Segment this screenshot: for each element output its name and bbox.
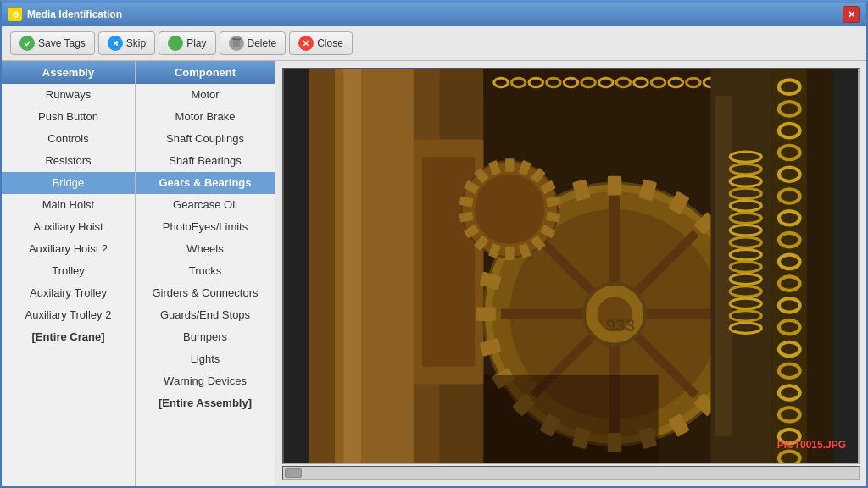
assembly-list: RunwaysPush ButtonControlsResistorsBridg…: [2, 84, 135, 486]
play-button[interactable]: Play: [159, 31, 215, 55]
assembly-panel: Assembly RunwaysPush ButtonControlsResis…: [2, 61, 136, 486]
svg-rect-34: [483, 69, 745, 96]
close-button[interactable]: Close: [289, 31, 353, 55]
image-panel: 933: [275, 61, 866, 486]
svg-rect-58: [608, 176, 621, 196]
svg-rect-15: [772, 69, 807, 463]
image-viewer: 933: [282, 68, 860, 464]
delete-icon: [229, 36, 244, 51]
save-icon: [19, 36, 35, 51]
assembly-item-4[interactable]: Bridge: [2, 172, 135, 194]
scrollbar-thumb[interactable]: [285, 468, 302, 478]
component-item-0[interactable]: Motor: [136, 84, 275, 106]
svg-rect-76: [476, 307, 496, 320]
svg-rect-103: [505, 158, 514, 171]
component-item-2[interactable]: Shaft Couplings: [136, 128, 275, 150]
image-scrollbar[interactable]: [282, 466, 860, 480]
component-item-4[interactable]: Gears & Bearings: [136, 172, 275, 194]
save-tags-button[interactable]: Save Tags: [10, 31, 95, 55]
svg-point-0: [21, 37, 33, 49]
svg-rect-6: [235, 37, 238, 39]
assembly-item-0[interactable]: Runways: [2, 84, 135, 106]
component-item-9[interactable]: Girders & Connectors: [136, 282, 275, 304]
toolbar: Save Tags Skip Play Delete Close: [2, 26, 866, 61]
assembly-item-11[interactable]: [Entire Crane]: [2, 326, 135, 348]
window-close-button[interactable]: ✕: [843, 6, 860, 23]
app-icon: ⚙: [8, 8, 22, 21]
component-list: MotorMotor BrakeShaft CouplingsShaft Bea…: [136, 84, 275, 486]
component-item-1[interactable]: Motor Brake: [136, 106, 275, 128]
assembly-item-5[interactable]: Main Hoist: [2, 194, 135, 216]
assembly-item-2[interactable]: Controls: [2, 128, 135, 150]
component-item-10[interactable]: Guards/End Stops: [136, 304, 275, 326]
image-filename: PICT0015.JPG: [777, 439, 846, 451]
delete-button[interactable]: Delete: [220, 31, 287, 55]
svg-marker-3: [172, 39, 180, 47]
component-item-3[interactable]: Shaft Bearings: [136, 150, 275, 172]
close-icon: [298, 36, 314, 51]
window-title: Media Identification: [27, 8, 843, 20]
component-item-11[interactable]: Bumpers: [136, 326, 275, 348]
component-item-13[interactable]: Warning Devices: [136, 370, 275, 392]
title-bar: ⚙ Media Identification ✕: [2, 3, 866, 26]
svg-rect-12: [343, 69, 361, 463]
assembly-item-7[interactable]: Auxiliary Hoist 2: [2, 238, 135, 260]
content-area: Assembly RunwaysPush ButtonControlsResis…: [2, 61, 866, 486]
assembly-header: Assembly: [2, 61, 135, 84]
component-panel: Component MotorMotor BrakeShaft Coupling…: [136, 61, 275, 486]
svg-point-102: [475, 175, 544, 244]
skip-button[interactable]: Skip: [98, 31, 155, 55]
svg-rect-4: [233, 39, 240, 47]
assembly-item-3[interactable]: Resistors: [2, 150, 135, 172]
component-header: Component: [136, 61, 275, 84]
assembly-item-8[interactable]: Trolley: [2, 260, 135, 282]
component-item-6[interactable]: PhotoEyes/Limits: [136, 216, 275, 238]
component-item-8[interactable]: Trucks: [136, 260, 275, 282]
assembly-item-1[interactable]: Push Button: [2, 106, 135, 128]
play-icon: [168, 36, 183, 51]
assembly-item-10[interactable]: Auxiliary Trolley 2: [2, 304, 135, 326]
component-item-5[interactable]: Gearcase Oil: [136, 194, 275, 216]
component-item-14[interactable]: [Entire Assembly]: [136, 392, 275, 414]
svg-rect-112: [505, 247, 514, 259]
assembly-item-6[interactable]: Auxiliary Hoist: [2, 216, 135, 238]
component-item-7[interactable]: Wheels: [136, 238, 275, 260]
svg-text:933: 933: [606, 315, 635, 335]
assembly-item-9[interactable]: Auxilairy Trolley: [2, 282, 135, 304]
component-item-12[interactable]: Lights: [136, 348, 275, 370]
gear-image: 933: [284, 69, 858, 463]
svg-rect-83: [483, 375, 658, 463]
skip-icon: [108, 36, 123, 51]
main-window: ⚙ Media Identification ✕ Save Tags Skip …: [0, 0, 868, 488]
